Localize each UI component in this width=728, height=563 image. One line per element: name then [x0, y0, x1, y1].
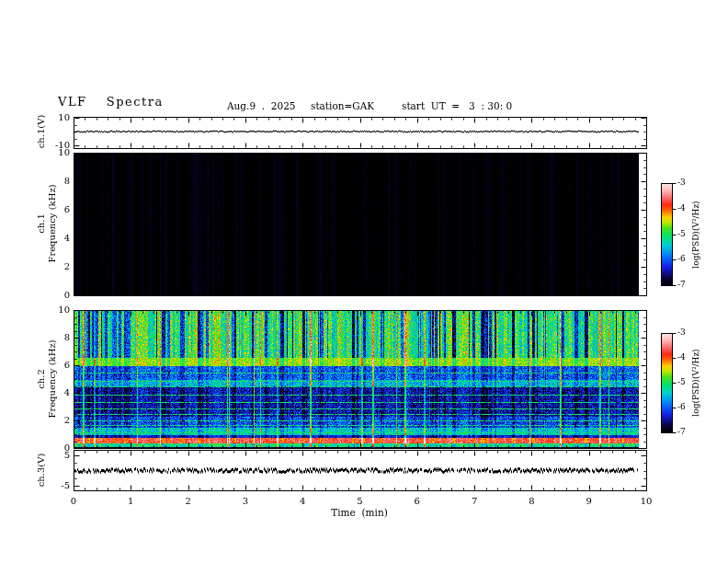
- ch1-axis-line2: Frequency (kHz): [47, 184, 58, 262]
- page-title: VLF Spectra: [58, 95, 164, 109]
- tick-label: -7: [677, 427, 686, 436]
- tick-label: 10: [641, 496, 653, 506]
- tick-label: 10: [58, 112, 70, 122]
- tick-label: 4: [300, 496, 305, 506]
- tick-label: 5: [64, 450, 70, 460]
- tick-label: 6: [64, 360, 70, 370]
- tick-label: 1: [128, 496, 133, 506]
- tick-label: 8: [529, 496, 534, 506]
- tick-label: 2: [64, 415, 70, 425]
- tick-label: 2: [64, 261, 70, 271]
- colorbar2-label: log(PSD)(V²/Hz): [691, 349, 700, 416]
- tick-label: 9: [586, 496, 592, 506]
- date-label: Aug.9 . 2025: [227, 100, 296, 111]
- tick-label: 8: [64, 176, 70, 186]
- vlf-spectra-page: VLF Spectra Aug.9 . 2025 station=GAK sta…: [0, 0, 728, 563]
- tick-label: 10: [58, 304, 70, 315]
- ch1-axis-line1: ch.1: [36, 184, 47, 262]
- tick-label: 3: [243, 496, 248, 506]
- ch2-axis-line1: ch.2: [36, 339, 47, 418]
- tick-label: 4: [64, 387, 70, 397]
- tick-label: 0: [71, 496, 76, 506]
- tick-label: -3: [677, 178, 686, 187]
- ch1-frequency-axis-label: ch.1 Frequency (kHz): [36, 184, 58, 262]
- tick-label: -5: [61, 480, 70, 490]
- tick-label: -4: [677, 352, 686, 362]
- tick-label: -6: [677, 254, 686, 263]
- tick-label: 8: [64, 332, 70, 342]
- ch1-voltage-axis-label: ch.1(V): [36, 115, 47, 149]
- tick-label: 5: [357, 496, 362, 506]
- ch2-frequency-axis-label: ch.2 Frequency (kHz): [36, 339, 58, 418]
- tick-label: -5: [677, 229, 686, 238]
- ch2-axis-line2: Frequency (kHz): [47, 339, 58, 418]
- tick-label: 10: [58, 147, 70, 157]
- tick-label: -4: [677, 203, 686, 213]
- vlf-spectra-plot-canvas: [0, 0, 728, 563]
- start-ut-label: start UT = 3 : 30: 0: [402, 100, 512, 111]
- ch3-voltage-axis-label: ch.3(V): [36, 454, 47, 488]
- time-axis-label: Time (min): [331, 507, 387, 518]
- tick-label: 6: [415, 496, 420, 506]
- tick-label: 2: [185, 496, 190, 506]
- station-label: station=GAK: [311, 100, 374, 111]
- colorbar1-label: log(PSD)(V²/Hz): [691, 201, 700, 268]
- tick-label: 0: [64, 290, 70, 300]
- tick-label: 4: [64, 233, 70, 243]
- tick-label: -3: [677, 327, 686, 337]
- tick-label: -7: [677, 280, 686, 289]
- tick-label: 7: [472, 496, 477, 506]
- tick-label: 6: [64, 204, 70, 214]
- tick-label: -6: [677, 402, 686, 411]
- tick-label: -5: [677, 377, 686, 386]
